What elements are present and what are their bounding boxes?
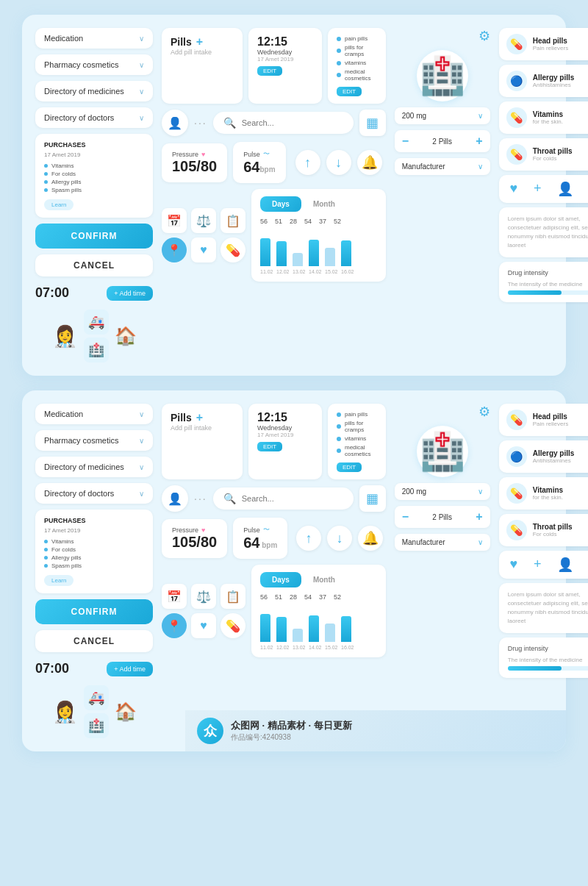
- nurse-icon: 👩‍⚕️: [52, 324, 78, 349]
- heart-action-icon-2[interactable]: ♥: [510, 557, 518, 573]
- medication-dropdown-2[interactable]: Medication ∨: [35, 404, 153, 424]
- clock-time-2: 12:15: [257, 411, 313, 424]
- user-action-icon-2[interactable]: 👤: [557, 557, 573, 573]
- down-arrow-icon-2[interactable]: ↓: [327, 526, 352, 551]
- search-icon-2: 🔍: [223, 493, 236, 504]
- middle-top-row-2: Pills + Add pill intake 12:15 Wednesday …: [162, 404, 386, 479]
- legend-box: pain pills pills for cramps vitamins med…: [328, 28, 386, 104]
- more-dots-icon[interactable]: ···: [194, 117, 207, 129]
- legend-pain-pills-2: pain pills: [337, 411, 377, 418]
- intensity-header: Drug intensity 54%: [508, 269, 588, 276]
- legend-edit-badge-2[interactable]: EDIT: [337, 462, 362, 472]
- directory-medicines-dropdown[interactable]: Directory of medicines ∨: [35, 81, 153, 101]
- legend-edit-badge[interactable]: EDIT: [337, 87, 362, 96]
- drug-intensity-box-2: Drug intensity 54% The intensity of the …: [499, 637, 588, 678]
- directory-doctors-dropdown[interactable]: Directory of doctors ∨: [35, 107, 153, 128]
- document-icon-2[interactable]: 📋: [220, 584, 245, 609]
- location-icon-2[interactable]: 📍: [162, 613, 187, 638]
- watermark-logo-circle: 众: [197, 718, 223, 744]
- learn-button[interactable]: Learn: [44, 199, 74, 210]
- calendar-icon-2[interactable]: 📅: [162, 584, 187, 609]
- pills-plus-btn[interactable]: +: [476, 135, 482, 148]
- medicine-vitamins[interactable]: 💊 Vitamins for the skin. $11: [499, 101, 588, 134]
- document-icon[interactable]: 📋: [220, 208, 245, 233]
- pills-title-2: Pills: [171, 412, 192, 424]
- up-arrow-icon-2[interactable]: ↑: [296, 526, 321, 551]
- gear-icon[interactable]: ⚙: [478, 28, 490, 44]
- search-input-2[interactable]: [242, 494, 343, 503]
- clock-edit-badge[interactable]: EDIT: [257, 66, 282, 76]
- grid-view-icon[interactable]: ▦: [359, 110, 386, 136]
- nav-icons-2: ↑ ↓ 🔔: [293, 526, 385, 551]
- scale-icon-2[interactable]: ⚖️: [191, 584, 216, 609]
- chart-tab-days[interactable]: Days: [260, 196, 301, 212]
- watermark-overlay: 众 众图网 · 精品素材 · 每日更新 作品编号:4240938: [185, 710, 566, 751]
- confirm-button[interactable]: CONFIRM: [35, 224, 153, 249]
- pills-minus-btn[interactable]: −: [402, 135, 409, 148]
- add-pill-icon-2[interactable]: +: [196, 411, 203, 424]
- legend-cramps: pills for cramps: [337, 44, 377, 57]
- chart-tab-month[interactable]: Month: [301, 196, 347, 212]
- bar-fill: [309, 240, 319, 266]
- chart-tab-month-2[interactable]: Month: [301, 572, 347, 587]
- dot-icon: [44, 172, 48, 176]
- medicine-head-pills-2[interactable]: 💊 Head pills Pain relievers $15: [499, 404, 588, 436]
- bell-icon[interactable]: 🔔: [357, 150, 382, 175]
- pill-sq-icon-2[interactable]: 💊: [220, 613, 245, 638]
- medicine-vitamins-2[interactable]: 💊 Vitamins for the skin. $11: [499, 477, 588, 510]
- medication-dropdown[interactable]: Medication ∨: [35, 28, 153, 49]
- calendar-icon[interactable]: 📅: [162, 208, 187, 233]
- pill-sq-icon[interactable]: 💊: [220, 237, 245, 262]
- manufacturer-value-2: Manufacturer: [402, 538, 445, 546]
- add-pill-icon[interactable]: +: [196, 35, 203, 49]
- time-row: 07:00 + Add time: [35, 285, 153, 301]
- dir-doctors-dropdown-2[interactable]: Directory of doctors ∨: [35, 483, 153, 504]
- medicine-allergy-pills[interactable]: 🔵 Allergy pills Antihistamines $8: [499, 65, 588, 97]
- search-input[interactable]: [242, 118, 343, 127]
- dosage-select[interactable]: 200 mg ∨: [395, 107, 490, 124]
- plus-action-icon-2[interactable]: +: [534, 557, 542, 573]
- medicine-head-pills[interactable]: 💊 Head pills Pain relievers $15: [499, 28, 588, 60]
- chart-section: Days Month 56 51 28 54 37 52: [251, 189, 386, 282]
- chart-tab-days-2[interactable]: Days: [260, 572, 301, 587]
- gear-icon-2[interactable]: ⚙: [478, 404, 490, 420]
- cancel-button-2[interactable]: CANCEL: [35, 630, 153, 652]
- pharmacy-arrow-2: ∨: [139, 437, 144, 445]
- pills-minus-btn-2[interactable]: −: [402, 510, 409, 524]
- grid-view-icon-2[interactable]: ▦: [359, 485, 386, 512]
- legend-dot-icon: [337, 37, 341, 41]
- add-time-button-2[interactable]: + Add time: [107, 662, 153, 676]
- cancel-button[interactable]: CANCEL: [35, 254, 153, 276]
- plus-action-icon[interactable]: +: [534, 181, 542, 197]
- confirm-button-2[interactable]: CONFIRM: [35, 599, 153, 624]
- person-icon[interactable]: 👤: [162, 110, 188, 136]
- medicine-throat-pills-2[interactable]: 💊 Throat pills For colds $7: [499, 514, 588, 546]
- medicine-allergy-pills-2[interactable]: 🔵 Allergy pills Antihistamines $8: [499, 440, 588, 473]
- medicine-throat-pills[interactable]: 💊 Throat pills For colds $7: [499, 138, 588, 171]
- more-dots-icon-2[interactable]: ···: [194, 493, 207, 504]
- manufacturer-select[interactable]: Manufacturer ∨: [395, 158, 490, 175]
- add-time-button[interactable]: + Add time: [107, 286, 153, 301]
- heart-action-icon[interactable]: ♥: [510, 181, 518, 197]
- pharmacy-dropdown[interactable]: Pharmacy cosmetics ∨: [35, 54, 153, 75]
- intensity-progress-bg-2: [508, 666, 588, 671]
- person-icon-2[interactable]: 👤: [162, 485, 188, 512]
- dir-medicines-dropdown-2[interactable]: Directory of medicines ∨: [35, 457, 153, 477]
- up-arrow-icon[interactable]: ↑: [295, 150, 320, 175]
- scale-icon[interactable]: ⚖️: [191, 208, 216, 233]
- dosage-select-2[interactable]: 200 mg ∨: [395, 483, 490, 500]
- pharmacy-dropdown-2[interactable]: Pharmacy cosmetics ∨: [35, 430, 153, 451]
- down-arrow-icon[interactable]: ↓: [326, 150, 351, 175]
- heart-sq-icon[interactable]: ♥: [191, 237, 216, 262]
- clock-edit-badge-2[interactable]: EDIT: [257, 442, 282, 451]
- bell-icon-2[interactable]: 🔔: [358, 526, 383, 551]
- heart-sq-icon-2[interactable]: ♥: [191, 613, 216, 638]
- pills-plus-btn-2[interactable]: +: [476, 510, 482, 524]
- dir-doctors-arrow: ∨: [139, 114, 144, 122]
- learn-button-2[interactable]: Learn: [44, 575, 74, 586]
- vitals-row-2: Pressure ♥ 105/80 Pulse 〜 64 bpm ↑ ↓ 🔔: [162, 518, 386, 559]
- user-action-icon[interactable]: 👤: [557, 181, 573, 197]
- location-icon[interactable]: 📍: [162, 237, 187, 262]
- manufacturer-select-2[interactable]: Manufacturer ∨: [395, 534, 490, 551]
- ui-card-1: Medication ∨ Pharmacy cosmetics ∨ Direct…: [22, 15, 566, 376]
